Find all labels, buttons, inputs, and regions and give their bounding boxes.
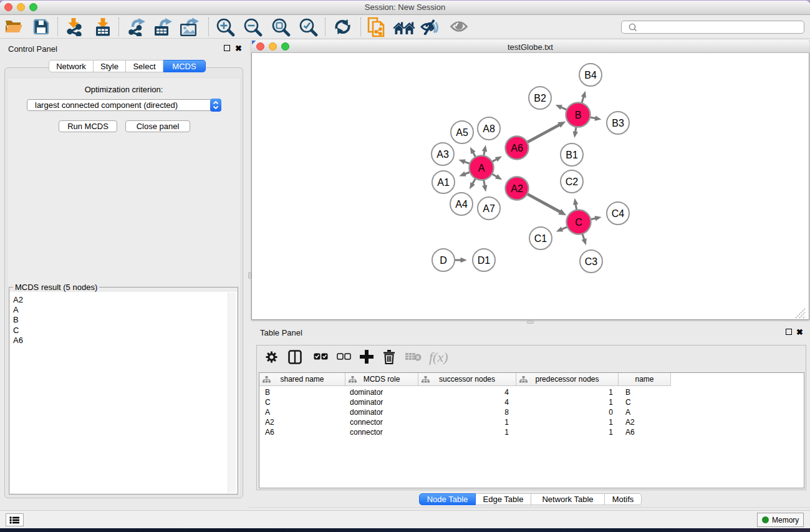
svg-text:A4: A4	[455, 199, 468, 210]
svg-text:A1: A1	[437, 177, 450, 188]
svg-text:A2: A2	[511, 183, 523, 194]
svg-text:A8: A8	[483, 123, 495, 134]
svg-text:C: C	[575, 217, 582, 228]
svg-text:A6: A6	[511, 143, 523, 153]
svg-text:B: B	[575, 110, 582, 120]
svg-text:A: A	[478, 163, 485, 173]
svg-text:C2: C2	[566, 177, 579, 187]
svg-text:D: D	[440, 255, 447, 266]
svg-text:C1: C1	[534, 233, 547, 244]
svg-text:A7: A7	[483, 203, 495, 214]
svg-text:B4: B4	[584, 70, 597, 80]
svg-text:C4: C4	[612, 208, 625, 219]
svg-text:B3: B3	[612, 118, 624, 128]
svg-text:B2: B2	[534, 93, 546, 104]
svg-text:A3: A3	[436, 149, 449, 160]
svg-text:D1: D1	[478, 255, 491, 266]
svg-text:C3: C3	[585, 256, 598, 267]
svg-text:A5: A5	[456, 127, 468, 138]
svg-text:B1: B1	[566, 150, 578, 160]
